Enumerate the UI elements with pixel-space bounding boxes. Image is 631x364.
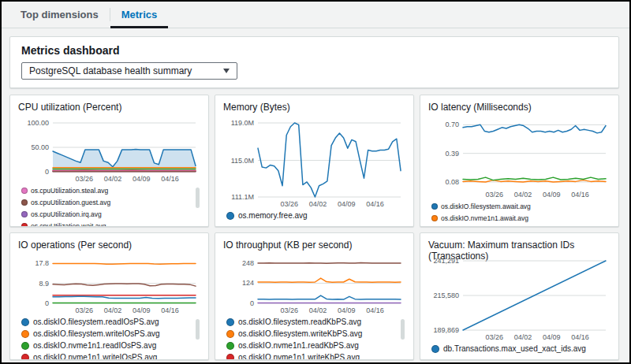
- tab-metrics[interactable]: Metrics: [110, 2, 169, 28]
- series-color-dot: [226, 342, 234, 350]
- chart-card-cpu-utilization: CPU utilization (Percent) 100.0050.00003…: [9, 95, 209, 227]
- svg-text:17.8: 17.8: [35, 259, 49, 267]
- chart-plot[interactable]: 248124003/2604/0204/0904/16: [223, 255, 405, 315]
- legend-item: os.diskIO.filesystem.readIOsPS.avg: [21, 318, 194, 326]
- svg-text:04/02: 04/02: [104, 175, 122, 183]
- svg-text:03/26: 03/26: [281, 306, 299, 314]
- series-color-dot: [21, 330, 29, 338]
- svg-text:0: 0: [45, 168, 49, 176]
- legend-scrollbar[interactable]: [401, 319, 405, 340]
- legend-item: os.cpuUtilization.steal.avg: [21, 186, 108, 195]
- chart-card-vacuum: Vacuum: Maximum transaction IDs (Transac…: [420, 232, 619, 360]
- legend-item: os.diskIO.nvme1n1.readIOsPS.avg: [21, 341, 194, 350]
- chart-legend-area: os.memory.free.avg: [223, 209, 405, 226]
- series-color-dot: [226, 212, 234, 220]
- svg-text:04/16: 04/16: [571, 191, 589, 199]
- legend-label: os.diskIO.nvme1n1.readIOsPS.avg: [33, 341, 156, 350]
- dashboard-select-value: PostgreSQL database health summary: [29, 65, 192, 76]
- chart-card-memory: Memory (Bytes) 119.0M115.0M111.1M03/2604…: [215, 95, 414, 227]
- svg-text:03/26: 03/26: [76, 306, 94, 314]
- chart-title: CPU utilization (Percent): [18, 102, 200, 117]
- svg-text:04/16: 04/16: [161, 175, 179, 183]
- svg-text:04/16: 04/16: [571, 333, 589, 341]
- legend-item: os.diskIO.filesystem.writeKbPS.avg: [226, 329, 399, 338]
- legend-item: os.diskIO.filesystem.await.avg: [431, 202, 531, 210]
- svg-text:04/02: 04/02: [514, 333, 532, 341]
- chart-plot[interactable]: 0.700.390.0803/2604/0204/0904/16: [428, 117, 610, 199]
- legend-label: os.diskIO.filesystem.writeIOsPS.avg: [33, 329, 160, 338]
- legend-label: os.cpuUtilization.guest.avg: [31, 199, 110, 206]
- chart-title: Memory (Bytes): [223, 102, 405, 117]
- tab-top-dimensions[interactable]: Top dimensions: [9, 2, 110, 28]
- chevron-down-icon: [223, 69, 230, 73]
- tab-top-dimensions-label: Top dimensions: [21, 9, 99, 20]
- legend-item: db.Transactions.max_used_xact_ids.avg: [431, 344, 586, 353]
- legend-label: os.diskIO.rdsdev.await.avg: [441, 226, 521, 227]
- chart-plot[interactable]: 241,291215,580189,86903/2604/0204/0904/1…: [428, 255, 610, 342]
- legend-label: os.diskIO.nvme1n1.writeIOsPS.avg: [33, 353, 157, 359]
- legend-label: os.diskIO.filesystem.readKbPS.avg: [238, 318, 361, 326]
- svg-text:03/26: 03/26: [486, 333, 504, 341]
- charts-grid: CPU utilization (Percent) 100.0050.00003…: [9, 95, 619, 360]
- series-color-dot: [431, 345, 439, 353]
- svg-text:03/26: 03/26: [76, 175, 94, 183]
- legend-item: os.diskIO.nvme1n1.writeIOsPS.avg: [21, 353, 194, 359]
- chart-legend: os.diskIO.filesystem.readIOsPS.avgos.dis…: [18, 315, 200, 359]
- svg-text:0: 0: [250, 299, 254, 307]
- legend-item: os.diskIO.nvme1n1.await.avg: [431, 214, 528, 222]
- chart-legend-area: os.diskIO.filesystem.readIOsPS.avgos.dis…: [18, 315, 200, 359]
- svg-text:04/02: 04/02: [514, 191, 532, 199]
- svg-text:04/09: 04/09: [543, 333, 561, 341]
- series-color-dot: [226, 330, 234, 338]
- svg-text:04/09: 04/09: [338, 200, 356, 208]
- series-color-dot: [21, 199, 28, 206]
- chart-plot[interactable]: 119.0M115.0M111.1M03/2604/0204/0904/16: [223, 117, 405, 209]
- chart-legend: os.cpuUtilization.steal.avgos.cpuUtiliza…: [18, 184, 200, 226]
- legend-label: os.cpuUtilization.irq.avg: [31, 210, 102, 218]
- svg-text:115.0M: 115.0M: [231, 157, 254, 165]
- tab-bar: Top dimensions Metrics: [2, 2, 629, 28]
- legend-label: os.diskIO.filesystem.await.avg: [441, 202, 531, 210]
- svg-text:04/02: 04/02: [309, 200, 327, 208]
- legend-scrollbar[interactable]: [196, 319, 200, 340]
- legend-item: os.diskIO.nvme1n1.readKbPS.avg: [226, 341, 399, 350]
- chart-plot[interactable]: 100.0050.00003/2604/0204/0904/16: [18, 117, 200, 184]
- legend-label: os.diskIO.nvme1n1.writeKbPS.avg: [238, 353, 360, 359]
- legend-label: os.diskIO.nvme1n1.await.avg: [441, 214, 528, 222]
- chart-legend-area: os.diskIO.filesystem.readKbPS.avgos.disk…: [223, 315, 405, 359]
- svg-text:04/16: 04/16: [161, 306, 179, 314]
- chart-legend: os.diskIO.filesystem.await.avgos.diskIO.…: [428, 199, 610, 226]
- chart-plot[interactable]: 17.88.9003/2604/0204/0904/16: [18, 255, 200, 315]
- chart-legend-area: os.cpuUtilization.steal.avgos.cpuUtiliza…: [18, 184, 200, 226]
- legend-label: os.memory.free.avg: [238, 211, 308, 220]
- svg-text:03/26: 03/26: [486, 191, 504, 199]
- legend-scrollbar[interactable]: [196, 188, 200, 208]
- svg-text:50.00: 50.00: [31, 143, 49, 151]
- dashboard-select[interactable]: PostgreSQL database health summary: [21, 62, 237, 80]
- svg-text:04/16: 04/16: [366, 200, 384, 208]
- svg-text:8.9: 8.9: [39, 280, 49, 288]
- legend-item: os.diskIO.rdsdev.await.avg: [431, 225, 521, 226]
- legend-item: os.diskIO.filesystem.writeIOsPS.avg: [21, 329, 194, 338]
- legend-label: os.diskIO.filesystem.readIOsPS.avg: [33, 318, 159, 326]
- chart-title: Vacuum: Maximum transaction IDs (Transac…: [428, 240, 610, 255]
- chart-title: IO throughput (KB per second): [223, 240, 405, 255]
- chart-card-io-latency: IO latency (Milliseconds) 0.700.390.0803…: [420, 95, 619, 227]
- chart-title: IO latency (Milliseconds): [428, 102, 610, 117]
- metrics-dashboard-panel: Metrics dashboard PostgreSQL database he…: [9, 36, 619, 88]
- tab-metrics-label: Metrics: [121, 9, 158, 20]
- legend-label: os.diskIO.filesystem.writeKbPS.avg: [238, 329, 362, 338]
- svg-text:0.39: 0.39: [445, 150, 459, 158]
- series-color-dot: [21, 342, 29, 350]
- chart-legend-area: db.Transactions.max_used_xact_ids.avg: [428, 342, 610, 359]
- chart-card-io-throughput: IO throughput (KB per second) 248124003/…: [215, 232, 414, 360]
- series-color-dot: [21, 211, 28, 217]
- legend-item: os.diskIO.filesystem.readKbPS.avg: [226, 318, 399, 326]
- svg-text:04/09: 04/09: [338, 306, 356, 314]
- svg-text:04/09: 04/09: [543, 191, 561, 199]
- svg-text:215,580: 215,580: [433, 292, 459, 299]
- svg-text:100.00: 100.00: [27, 119, 49, 127]
- svg-text:04/09: 04/09: [133, 306, 151, 314]
- series-color-dot: [21, 318, 29, 326]
- legend-item: os.diskIO.nvme1n1.writeKbPS.avg: [226, 353, 399, 359]
